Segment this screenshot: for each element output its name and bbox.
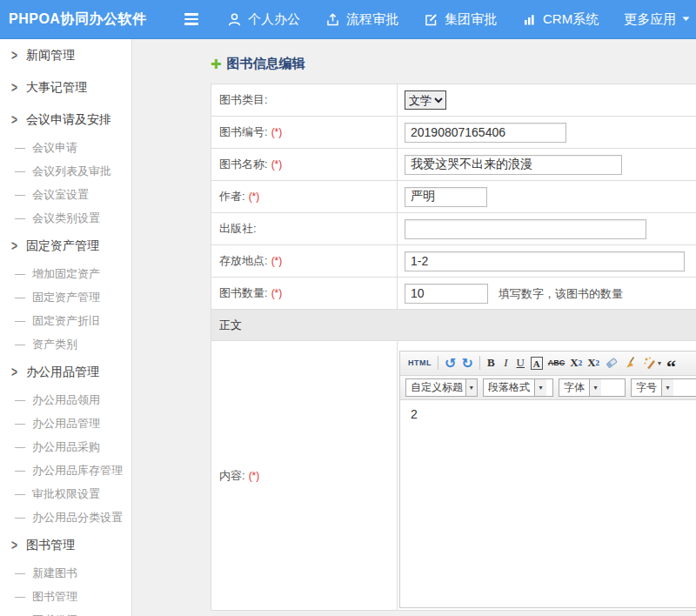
sidebar-item-label: 新建图书 xyxy=(32,566,77,581)
sidebar-item-asset-add[interactable]: —增加固定资产 xyxy=(0,262,131,285)
auto-format-button[interactable]: ▾ xyxy=(640,353,664,372)
format-brush-button[interactable] xyxy=(621,353,640,372)
dash-icon: — xyxy=(15,418,25,430)
sidebar-item-supplies-claim[interactable]: —办公用品领用 xyxy=(0,388,131,412)
sidebar-item-label: 图书借阅 xyxy=(32,613,77,616)
sidebar: >新闻管理 >大事记管理 >会议申请及安排 —会议申请 —会议列表及审批 —会议… xyxy=(0,39,132,616)
sidebar-item-label: 会议列表及审批 xyxy=(32,164,111,179)
plus-icon: ✚ xyxy=(211,57,222,70)
nav-more-apps[interactable]: 更多应用 xyxy=(624,11,690,28)
person-icon xyxy=(227,12,242,27)
book-category-select[interactable]: 文学 xyxy=(405,90,446,110)
sidebar-item-label: 图书管理 xyxy=(32,589,77,605)
editor-toolbar-row2: 自定义标题▾ 段落格式▾ 字体▾ 字号▾ xyxy=(400,376,696,400)
sidebar-item-approval-permission[interactable]: —审批权限设置 xyxy=(0,482,131,506)
sidebar-item-book-new[interactable]: —新建图书 xyxy=(0,561,131,585)
dash-icon: — xyxy=(15,488,25,500)
hamburger-menu-icon[interactable] xyxy=(181,10,202,29)
sidebar-item-meeting-list[interactable]: —会议列表及审批 xyxy=(0,159,131,183)
book-number-input[interactable] xyxy=(405,123,566,143)
dash-icon: — xyxy=(15,315,25,327)
sidebar-item-label: 固定资产管理 xyxy=(32,290,100,305)
sidebar-group-label: 图书管理 xyxy=(26,538,75,553)
chevron-right-icon: > xyxy=(11,47,17,64)
custom-title-dropdown[interactable]: 自定义标题▾ xyxy=(405,378,478,397)
nav-workflow-approval[interactable]: 流程审批 xyxy=(325,11,398,28)
sidebar-item-asset-depreciation[interactable]: —固定资产折旧 xyxy=(0,309,131,332)
nav-crm[interactable]: CRM系统 xyxy=(522,11,599,28)
sidebar-group-books[interactable]: >图书管理 xyxy=(0,529,131,561)
blockquote-button[interactable]: “ xyxy=(664,353,679,372)
nav-label: 集团审批 xyxy=(445,11,497,28)
paragraph-format-dropdown[interactable]: 段落格式▾ xyxy=(483,378,553,397)
caret-down-icon: ▾ xyxy=(589,379,601,396)
dash-icon: — xyxy=(15,441,25,453)
sidebar-item-supplies-purchase[interactable]: —办公用品采购 xyxy=(0,435,131,459)
section-header-row: 正文 xyxy=(211,310,696,341)
strikethrough-button[interactable]: ABC xyxy=(545,353,568,372)
sidebar-item-book-borrow[interactable]: —图书借阅 xyxy=(0,608,131,616)
publisher-input[interactable] xyxy=(405,219,646,239)
toolbar-divider xyxy=(479,356,480,370)
bold-button[interactable]: B xyxy=(484,353,499,372)
superscript-button[interactable]: X2 xyxy=(567,353,585,372)
chevron-right-icon: > xyxy=(11,364,17,380)
sidebar-item-asset-manage[interactable]: —固定资产管理 xyxy=(0,285,131,309)
sidebar-item-book-manage[interactable]: —图书管理 xyxy=(0,585,131,608)
nav-personal-office[interactable]: 个人办公 xyxy=(227,11,300,28)
form-row-author: 作者:(*) xyxy=(211,181,696,213)
sidebar-item-label: 办公用品库存管理 xyxy=(32,463,123,479)
field-label: 图书编号: xyxy=(219,125,268,138)
rich-text-editor: HTML ↺ ↻ B I U A ABC X2 X2 xyxy=(399,351,696,608)
font-family-dropdown[interactable]: 字体▾ xyxy=(559,378,626,397)
sidebar-group-supplies[interactable]: >办公用品管理 xyxy=(0,356,131,388)
source-code-button[interactable]: HTML xyxy=(405,353,434,372)
sidebar-group-label: 新闻管理 xyxy=(26,48,75,64)
sidebar-group-events[interactable]: >大事记管理 xyxy=(0,71,131,104)
book-name-input[interactable] xyxy=(405,155,622,175)
main-content: ✚ 图书信息编辑 图书类目: 文学 图书编号:(*) 图书名称:(*) xyxy=(132,39,696,616)
sidebar-item-label: 会议室设置 xyxy=(32,187,89,203)
redo-button[interactable]: ↻ xyxy=(458,353,475,372)
italic-button[interactable]: I xyxy=(499,353,513,372)
required-mark: (*) xyxy=(249,191,260,203)
sidebar-item-label: 会议类别设置 xyxy=(32,211,100,226)
undo-button[interactable]: ↺ xyxy=(442,353,458,372)
sidebar-item-meeting-type[interactable]: —会议类别设置 xyxy=(0,206,131,230)
nav-label: 个人办公 xyxy=(248,11,300,28)
underline-button[interactable]: U xyxy=(513,353,528,372)
font-size-dropdown[interactable]: 字号▾ xyxy=(631,378,696,397)
required-mark: (*) xyxy=(271,158,283,171)
font-color-button[interactable]: A xyxy=(528,353,545,372)
field-label: 图书类目: xyxy=(219,93,268,106)
nav-group-approval[interactable]: 集团审批 xyxy=(424,11,497,28)
required-mark: (*) xyxy=(249,470,260,482)
dash-icon: — xyxy=(15,567,25,579)
author-input[interactable] xyxy=(405,187,487,207)
app-logo: PHPOA协同办公软件 xyxy=(9,10,181,29)
topbar: PHPOA协同办公软件 个人办公 流程审批 集团审批 CRM系统 更多应用 xyxy=(0,0,696,39)
subscript-button[interactable]: X2 xyxy=(585,353,602,372)
quantity-input[interactable] xyxy=(405,284,488,304)
sidebar-group-assets[interactable]: >固定资产管理 xyxy=(0,230,131,262)
sidebar-group-news[interactable]: >新闻管理 xyxy=(0,39,131,71)
field-label: 出版社: xyxy=(219,222,257,235)
sidebar-item-supplies-category[interactable]: —办公用品分类设置 xyxy=(0,506,131,529)
dash-icon: — xyxy=(15,291,25,304)
sidebar-item-meeting-room[interactable]: —会议室设置 xyxy=(0,183,131,206)
field-label: 内容: xyxy=(219,469,245,482)
sidebar-item-label: 会议申请 xyxy=(32,140,77,156)
sidebar-item-supplies-stock[interactable]: —办公用品库存管理 xyxy=(0,459,131,482)
eraser-icon xyxy=(605,356,619,370)
editor-content-area[interactable]: 2 xyxy=(400,400,696,607)
eraser-button[interactable] xyxy=(602,353,621,372)
form-row-book-name: 图书名称:(*) xyxy=(211,149,696,181)
location-input[interactable] xyxy=(405,251,685,271)
sidebar-item-meeting-apply[interactable]: —会议申请 xyxy=(0,136,131,159)
bar-chart-icon xyxy=(522,12,537,27)
sidebar-item-supplies-manage[interactable]: —办公用品管理 xyxy=(0,412,131,435)
sidebar-group-meeting[interactable]: >会议申请及安排 xyxy=(0,104,131,136)
nav-label: 流程审批 xyxy=(346,11,398,28)
field-label: 图书数量: xyxy=(219,286,268,299)
sidebar-item-asset-category[interactable]: —资产类别 xyxy=(0,332,131,356)
